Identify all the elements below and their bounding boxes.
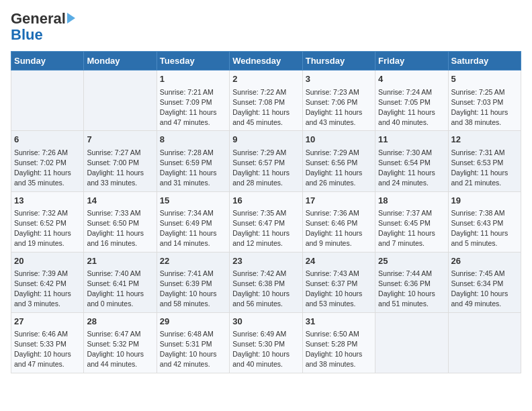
- day-number: 22: [160, 255, 226, 267]
- day-info: Sunrise: 6:46 AM Sunset: 5:33 PM Dayligh…: [14, 329, 81, 370]
- day-info: Sunrise: 7:26 AM Sunset: 7:02 PM Dayligh…: [14, 148, 81, 189]
- calendar-cell: 20Sunrise: 7:39 AM Sunset: 6:42 PM Dayli…: [11, 252, 84, 312]
- logo: General Blue: [11, 11, 75, 43]
- day-info: Sunrise: 7:22 AM Sunset: 7:08 PM Dayligh…: [232, 87, 299, 128]
- day-info: Sunrise: 6:48 AM Sunset: 5:31 PM Dayligh…: [160, 329, 226, 370]
- day-number: 4: [378, 73, 445, 85]
- page-header: General Blue: [11, 11, 521, 43]
- calendar-cell: [11, 71, 84, 131]
- calendar-cell: 13Sunrise: 7:32 AM Sunset: 6:52 PM Dayli…: [11, 191, 84, 252]
- weekday-header-saturday: Saturday: [448, 52, 521, 71]
- day-number: 14: [87, 195, 153, 207]
- day-number: 11: [378, 134, 445, 146]
- day-number: 18: [378, 195, 445, 207]
- day-number: 26: [451, 255, 518, 267]
- day-info: Sunrise: 6:47 AM Sunset: 5:32 PM Dayligh…: [87, 329, 153, 370]
- calendar-cell: 18Sunrise: 7:37 AM Sunset: 6:45 PM Dayli…: [375, 191, 448, 252]
- calendar-cell: 16Sunrise: 7:35 AM Sunset: 6:47 PM Dayli…: [230, 191, 302, 252]
- day-info: Sunrise: 6:50 AM Sunset: 5:28 PM Dayligh…: [306, 329, 372, 370]
- day-number: 23: [232, 255, 299, 267]
- calendar-week-1: 1Sunrise: 7:21 AM Sunset: 7:09 PM Daylig…: [11, 71, 521, 131]
- weekday-header-tuesday: Tuesday: [157, 52, 229, 71]
- calendar-cell: [375, 312, 448, 373]
- weekday-header-wednesday: Wednesday: [230, 52, 302, 71]
- day-number: 2: [232, 73, 299, 85]
- day-info: Sunrise: 7:34 AM Sunset: 6:49 PM Dayligh…: [160, 208, 226, 249]
- calendar-week-5: 27Sunrise: 6:46 AM Sunset: 5:33 PM Dayli…: [11, 312, 521, 373]
- day-number: 25: [378, 255, 445, 267]
- day-info: Sunrise: 7:23 AM Sunset: 7:06 PM Dayligh…: [306, 87, 372, 128]
- day-number: 8: [160, 134, 226, 146]
- calendar-cell: 8Sunrise: 7:28 AM Sunset: 6:59 PM Daylig…: [157, 131, 229, 191]
- day-number: 20: [14, 255, 81, 267]
- day-number: 19: [451, 195, 518, 207]
- day-number: 21: [87, 255, 153, 267]
- weekday-header-friday: Friday: [375, 52, 448, 71]
- calendar-cell: 27Sunrise: 6:46 AM Sunset: 5:33 PM Dayli…: [11, 312, 84, 373]
- day-number: 16: [232, 195, 299, 207]
- day-number: 31: [306, 316, 372, 328]
- calendar-cell: 4Sunrise: 7:24 AM Sunset: 7:05 PM Daylig…: [375, 71, 448, 131]
- logo-text: General: [11, 11, 75, 27]
- day-number: 29: [160, 316, 226, 328]
- day-info: Sunrise: 7:38 AM Sunset: 6:43 PM Dayligh…: [451, 208, 518, 249]
- calendar-cell: 10Sunrise: 7:29 AM Sunset: 6:56 PM Dayli…: [302, 131, 375, 191]
- calendar-week-3: 13Sunrise: 7:32 AM Sunset: 6:52 PM Dayli…: [11, 191, 521, 252]
- day-info: Sunrise: 7:39 AM Sunset: 6:42 PM Dayligh…: [14, 269, 81, 310]
- calendar-cell: 17Sunrise: 7:36 AM Sunset: 6:46 PM Dayli…: [302, 191, 375, 252]
- day-number: 9: [232, 134, 299, 146]
- day-info: Sunrise: 7:36 AM Sunset: 6:46 PM Dayligh…: [306, 208, 372, 249]
- day-info: Sunrise: 7:32 AM Sunset: 6:52 PM Dayligh…: [14, 208, 81, 249]
- day-info: Sunrise: 7:31 AM Sunset: 6:53 PM Dayligh…: [451, 148, 518, 189]
- calendar-table: SundayMondayTuesdayWednesdayThursdayFrid…: [11, 51, 521, 373]
- day-info: Sunrise: 7:37 AM Sunset: 6:45 PM Dayligh…: [378, 208, 445, 249]
- calendar-cell: 3Sunrise: 7:23 AM Sunset: 7:06 PM Daylig…: [302, 71, 375, 131]
- calendar-cell: 1Sunrise: 7:21 AM Sunset: 7:09 PM Daylig…: [157, 71, 229, 131]
- logo-blue: Blue: [11, 26, 43, 43]
- day-number: 30: [232, 316, 299, 328]
- day-number: 5: [451, 73, 518, 85]
- day-info: Sunrise: 7:44 AM Sunset: 6:36 PM Dayligh…: [378, 269, 445, 310]
- calendar-cell: 11Sunrise: 7:30 AM Sunset: 6:54 PM Dayli…: [375, 131, 448, 191]
- calendar-cell: 15Sunrise: 7:34 AM Sunset: 6:49 PM Dayli…: [157, 191, 229, 252]
- day-info: Sunrise: 7:29 AM Sunset: 6:57 PM Dayligh…: [232, 148, 299, 189]
- calendar-cell: 9Sunrise: 7:29 AM Sunset: 6:57 PM Daylig…: [230, 131, 302, 191]
- calendar-cell: 5Sunrise: 7:25 AM Sunset: 7:03 PM Daylig…: [448, 71, 521, 131]
- calendar-cell: 28Sunrise: 6:47 AM Sunset: 5:32 PM Dayli…: [84, 312, 157, 373]
- day-number: 28: [87, 316, 153, 328]
- day-info: Sunrise: 7:40 AM Sunset: 6:41 PM Dayligh…: [87, 269, 153, 310]
- calendar-cell: 2Sunrise: 7:22 AM Sunset: 7:08 PM Daylig…: [230, 71, 302, 131]
- calendar-cell: [448, 312, 521, 373]
- calendar-cell: 23Sunrise: 7:42 AM Sunset: 6:38 PM Dayli…: [230, 252, 302, 312]
- day-info: Sunrise: 7:30 AM Sunset: 6:54 PM Dayligh…: [378, 148, 445, 189]
- day-info: Sunrise: 7:43 AM Sunset: 6:37 PM Dayligh…: [306, 269, 372, 310]
- day-info: Sunrise: 7:21 AM Sunset: 7:09 PM Dayligh…: [160, 87, 226, 128]
- calendar-cell: 30Sunrise: 6:49 AM Sunset: 5:30 PM Dayli…: [230, 312, 302, 373]
- calendar-cell: 6Sunrise: 7:26 AM Sunset: 7:02 PM Daylig…: [11, 131, 84, 191]
- calendar-cell: 19Sunrise: 7:38 AM Sunset: 6:43 PM Dayli…: [448, 191, 521, 252]
- day-info: Sunrise: 7:33 AM Sunset: 6:50 PM Dayligh…: [87, 208, 153, 249]
- day-number: 13: [14, 195, 81, 207]
- calendar-week-4: 20Sunrise: 7:39 AM Sunset: 6:42 PM Dayli…: [11, 252, 521, 312]
- calendar-cell: 12Sunrise: 7:31 AM Sunset: 6:53 PM Dayli…: [448, 131, 521, 191]
- calendar-cell: 24Sunrise: 7:43 AM Sunset: 6:37 PM Dayli…: [302, 252, 375, 312]
- calendar-cell: 26Sunrise: 7:45 AM Sunset: 6:34 PM Dayli…: [448, 252, 521, 312]
- calendar-cell: 25Sunrise: 7:44 AM Sunset: 6:36 PM Dayli…: [375, 252, 448, 312]
- calendar-cell: [84, 71, 157, 131]
- day-number: 10: [306, 134, 372, 146]
- day-info: Sunrise: 7:25 AM Sunset: 7:03 PM Dayligh…: [451, 87, 518, 128]
- day-number: 6: [14, 134, 81, 146]
- calendar-cell: 21Sunrise: 7:40 AM Sunset: 6:41 PM Dayli…: [84, 252, 157, 312]
- weekday-header-row: SundayMondayTuesdayWednesdayThursdayFrid…: [11, 52, 521, 71]
- day-number: 17: [306, 195, 372, 207]
- calendar-cell: 31Sunrise: 6:50 AM Sunset: 5:28 PM Dayli…: [302, 312, 375, 373]
- day-number: 7: [87, 134, 153, 146]
- weekday-header-monday: Monday: [84, 52, 157, 71]
- day-number: 12: [451, 134, 518, 146]
- day-info: Sunrise: 7:29 AM Sunset: 6:56 PM Dayligh…: [306, 148, 372, 189]
- day-info: Sunrise: 7:24 AM Sunset: 7:05 PM Dayligh…: [378, 87, 445, 128]
- calendar-cell: 7Sunrise: 7:27 AM Sunset: 7:00 PM Daylig…: [84, 131, 157, 191]
- day-info: Sunrise: 7:45 AM Sunset: 6:34 PM Dayligh…: [451, 269, 518, 310]
- weekday-header-thursday: Thursday: [302, 52, 375, 71]
- day-info: Sunrise: 7:28 AM Sunset: 6:59 PM Dayligh…: [160, 148, 226, 189]
